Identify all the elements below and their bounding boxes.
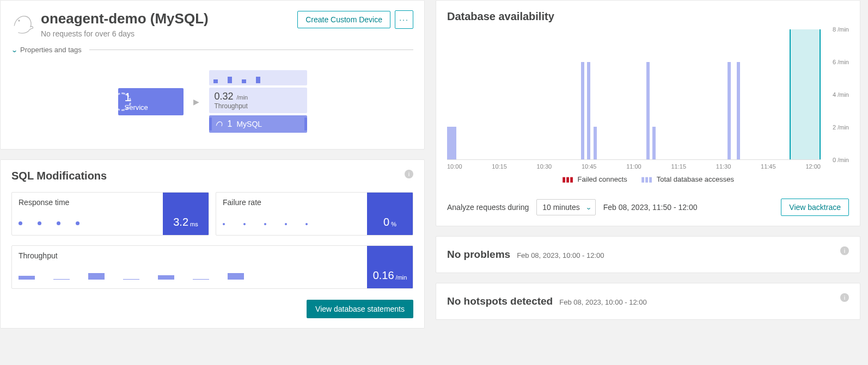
chart-legend: ▮▮▮ Failed connects ▮▮▮ Total database a… (447, 175, 849, 183)
view-database-statements-button[interactable]: View database statements (307, 300, 413, 318)
sql-modifications-panel: SQL Modifications i Response time 3.2 ms (0, 159, 425, 329)
problems-title: No problems (447, 249, 510, 261)
flow-arrow-icon: ▶ (193, 97, 199, 106)
response-time-unit: ms (190, 221, 198, 227)
failure-rate-card[interactable]: Failure rate 0 % (216, 192, 413, 236)
service-flow-diagram: 1 Service ▶ 0.32 /min (11, 70, 413, 133)
service-tile[interactable]: 1 Service (118, 88, 184, 115)
database-icon (215, 120, 223, 128)
throughput-value: 0.32 (215, 91, 234, 102)
database-tile[interactable]: 1 MySQL (209, 115, 307, 133)
throughput-sparkline (209, 70, 307, 85)
hotspots-panel: i No hotspots detected Feb 08, 2023, 10:… (436, 283, 860, 320)
problems-timestamp: Feb 08, 2023, 10:00 - 12:00 (517, 251, 604, 259)
hotspots-title: No hotspots detected (447, 295, 553, 307)
throughput-card-unit: /min (396, 274, 407, 281)
page-subtitle: No requests for over 6 days (41, 29, 297, 38)
response-time-card[interactable]: Response time 3.2 ms (11, 192, 209, 236)
properties-and-tags-label: Properties and tags (20, 46, 82, 54)
failure-rate-value: 0 (383, 216, 389, 228)
database-availability-title: Database availability (447, 10, 849, 23)
info-icon[interactable]: i (840, 293, 849, 302)
response-time-sparkline (19, 221, 156, 230)
failure-rate-unit: % (391, 221, 396, 227)
legend-total: Total database accesses (657, 175, 734, 183)
divider (89, 50, 413, 50)
time-window-select[interactable]: 10 minutes ⌄ (536, 199, 595, 215)
chevron-down-icon: ⌄ (11, 46, 18, 54)
time-window-value: 10 minutes (542, 203, 579, 212)
chart-x-axis: 10:0010:1510:3010:4511:0011:1511:3011:45… (447, 163, 849, 170)
throughput-label: Throughput (215, 102, 302, 110)
page-title: oneagent-demo (MySQL) (41, 10, 297, 27)
analyze-label: Analyze requests during (447, 203, 529, 212)
failure-rate-sparkline (223, 223, 360, 230)
sql-modifications-title: SQL Modifications (11, 170, 413, 182)
availability-chart[interactable]: 8 /min6 /min4 /min2 /min0 /min (447, 29, 849, 160)
response-time-value: 3.2 (173, 216, 188, 228)
database-availability-panel: Database availability 8 /min6 /min4 /min… (436, 0, 860, 226)
database-label: MySQL (236, 120, 262, 128)
throughput-card-label: Throughput (19, 251, 360, 260)
info-icon[interactable]: i (840, 246, 849, 255)
throughput-tile[interactable]: 0.32 /min Throughput (209, 88, 307, 113)
view-backtrace-button[interactable]: View backtrace (781, 199, 849, 216)
more-actions-button[interactable]: ··· (395, 10, 413, 29)
response-time-label: Response time (19, 198, 156, 207)
throughput-card[interactable]: Throughput 0.16 /min (11, 245, 413, 289)
service-count: 1 (125, 91, 148, 103)
properties-and-tags-toggle[interactable]: ⌄ Properties and tags (11, 46, 413, 54)
service-label: Service (125, 103, 148, 112)
throughput-sparkline-bars (19, 273, 360, 283)
time-selection[interactable] (790, 29, 821, 159)
failed-connects-icon: ▮▮▮ (562, 175, 573, 183)
legend-failed: Failed connects (578, 175, 627, 183)
failure-rate-label: Failure rate (223, 198, 360, 207)
create-custom-device-button[interactable]: Create Custom Device (297, 11, 390, 28)
device-header-panel: oneagent-demo (MySQL) No requests for ov… (0, 0, 425, 150)
throughput-unit: /min (236, 94, 248, 101)
hotspots-timestamp: Feb 08, 2023, 10:00 - 12:00 (559, 298, 646, 306)
chevron-down-icon: ⌄ (585, 204, 591, 211)
throughput-card-value: 0.16 (373, 269, 394, 282)
mysql-dolphin-icon (11, 10, 41, 37)
problems-panel: i No problems Feb 08, 2023, 10:00 - 12:0… (436, 236, 860, 273)
total-accesses-icon: ▮▮▮ (641, 175, 652, 183)
svg-point-0 (19, 20, 20, 21)
selected-time-range: Feb 08, 2023, 11:50 - 12:00 (603, 203, 698, 212)
database-count: 1 (228, 119, 233, 129)
